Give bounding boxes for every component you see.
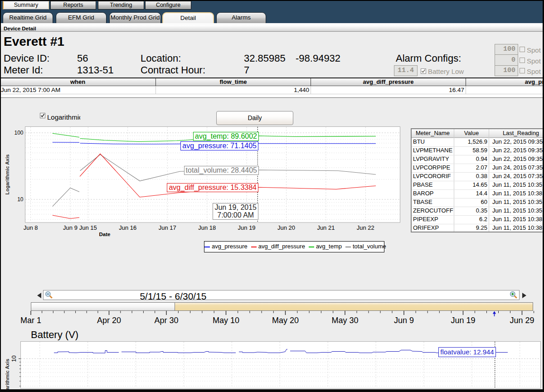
svg-text:Jun 15: Jun 15 <box>79 224 97 231</box>
svg-text:Jun 19: Jun 19 <box>238 224 256 231</box>
svg-text:Logarithmic Axis: Logarithmic Axis <box>5 359 10 390</box>
svg-text:Logarithmic Axis: Logarithmic Axis <box>5 155 10 195</box>
svg-text:10: 10 <box>10 355 17 362</box>
svg-text:Jun 16: Jun 16 <box>119 224 136 231</box>
svg-text:Jun 21: Jun 21 <box>317 224 335 231</box>
svg-text:Jun 22: Jun 22 <box>357 224 374 231</box>
svg-text:10: 10 <box>17 196 24 203</box>
svg-text:Jun 18: Jun 18 <box>198 224 216 231</box>
svg-text:100: 100 <box>14 130 23 136</box>
svg-text:Jun 8: Jun 8 <box>24 224 38 231</box>
svg-text:Jun 17: Jun 17 <box>159 224 176 231</box>
svg-text:Jun 20: Jun 20 <box>277 224 295 231</box>
svg-text:Jun 9: Jun 9 <box>63 224 78 231</box>
svg-text:Date: Date <box>99 232 111 237</box>
